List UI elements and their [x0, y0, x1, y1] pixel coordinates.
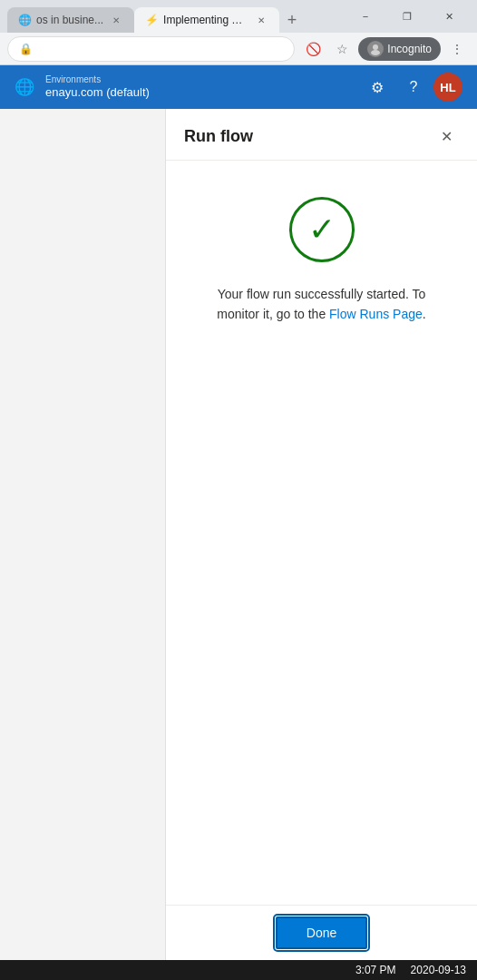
panel-footer: Done [166, 905, 477, 960]
panel-close-button[interactable]: ✕ [433, 123, 459, 149]
panel-header: Run flow ✕ [166, 109, 477, 161]
restore-button[interactable]: ❐ [386, 2, 428, 31]
run-flow-panel: Run flow ✕ ✓ Your flow run successfully … [165, 109, 477, 960]
user-avatar[interactable]: HL [433, 73, 462, 102]
sidebar [0, 109, 165, 960]
pa-header: 🌐 Environments enayu.com (default) ⚙ ? H… [0, 65, 477, 109]
success-icon: ✓ [289, 197, 355, 262]
tab-2-favicon: ⚡ [145, 14, 158, 26]
status-bar: 3:07 PM 2020-09-13 [0, 960, 477, 980]
pa-header-actions: ⚙ ? HL [361, 71, 462, 103]
status-time: 3:07 PM [355, 964, 396, 976]
tab-1-close[interactable]: ✕ [109, 13, 123, 27]
avatar-initials: HL [440, 81, 455, 94]
done-button[interactable]: Done [276, 916, 367, 949]
help-icon: ? [410, 79, 418, 95]
minimize-button[interactable]: − [345, 2, 386, 31]
tab-2-label: Implementing Try,Catch an... [163, 14, 248, 26]
message-part2: . [423, 307, 426, 321]
new-tab-button[interactable]: + [279, 7, 305, 33]
env-info: Environments enayu.com (default) [45, 74, 150, 100]
bookmark-button[interactable]: ☆ [329, 36, 355, 62]
panel-title: Run flow [184, 127, 253, 146]
check-icon: ✓ [308, 213, 336, 246]
help-button[interactable]: ? [397, 71, 430, 103]
window-controls: − ❐ ✕ [345, 2, 470, 31]
new-tab-icon: + [287, 11, 297, 30]
tab-group: 🌐 os in busine... ✕ ⚡ Implementing Try,C… [7, 0, 341, 33]
address-bar-input[interactable]: 🔒 [7, 36, 295, 62]
restore-icon: ❐ [403, 11, 412, 23]
panel-body: ✓ Your flow run successfully started. To… [166, 161, 477, 905]
tab-1[interactable]: 🌐 os in busine... ✕ [7, 7, 134, 33]
tab-1-label: os in busine... [36, 14, 103, 26]
tab-2[interactable]: ⚡ Implementing Try,Catch an... ✕ [134, 7, 279, 33]
status-date: 2020-09-13 [411, 964, 466, 976]
modal-overlay: Run flow ✕ ✓ Your flow run successfully … [165, 109, 477, 960]
env-name: enayu.com (default) [45, 85, 150, 100]
settings-button[interactable]: ⚙ [361, 71, 394, 103]
svg-point-1 [371, 50, 380, 55]
browser-frame: 🌐 os in busine... ✕ ⚡ Implementing Try,C… [0, 0, 477, 980]
menu-button[interactable]: ⋮ [444, 36, 470, 62]
tab-1-favicon: 🌐 [18, 14, 31, 26]
title-bar: 🌐 os in busine... ✕ ⚡ Implementing Try,C… [0, 0, 477, 33]
incognito-icon [367, 41, 384, 57]
minimize-icon: − [363, 11, 368, 22]
settings-icon: ⚙ [371, 79, 384, 96]
address-actions: 🚫 ☆ Incognito ⋮ [300, 36, 470, 62]
incognito-label: Incognito [387, 43, 432, 55]
menu-icon: ⋮ [451, 42, 463, 56]
no-track-icon: 🚫 [306, 42, 321, 56]
lock-icon: 🔒 [19, 43, 33, 55]
flow-runs-link[interactable]: Flow Runs Page [329, 307, 423, 321]
success-message: Your flow run successfully started. To m… [195, 284, 449, 325]
globe-icon: 🌐 [15, 77, 34, 97]
close-icon: ✕ [445, 11, 453, 23]
incognito-badge[interactable]: Incognito [358, 37, 441, 61]
no-track-button[interactable]: 🚫 [300, 36, 326, 62]
tab-2-close[interactable]: ✕ [254, 13, 268, 27]
star-icon: ☆ [336, 42, 348, 56]
close-icon: ✕ [441, 128, 453, 145]
address-bar: 🔒 🚫 ☆ Incognito ⋮ [0, 33, 477, 65]
close-button[interactable]: ✕ [428, 2, 470, 31]
svg-point-0 [373, 44, 378, 50]
main-content: Run flow ✕ ✓ Your flow run successfully … [0, 109, 477, 960]
env-label: Environments [45, 74, 150, 85]
